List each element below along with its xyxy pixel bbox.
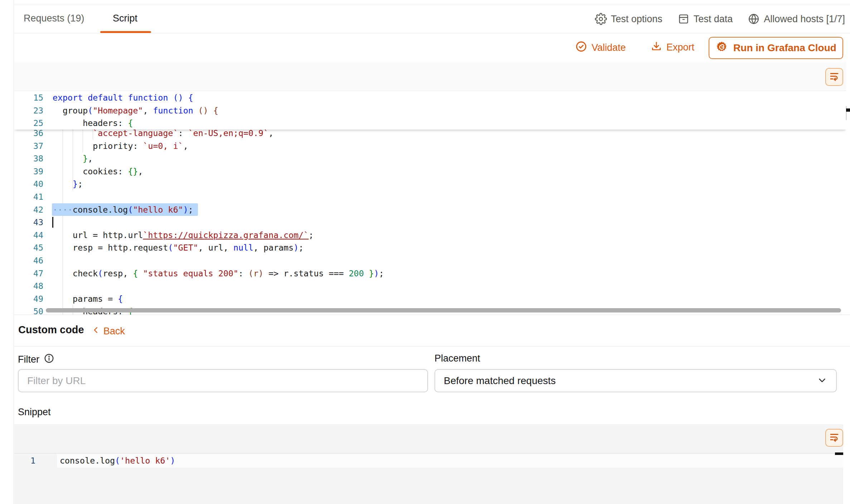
code-token: : <box>238 268 248 278</box>
script-code-editor[interactable]: 36 `accept-language`: `en-US,en;q=0.9`,3… <box>14 91 846 315</box>
export-label: Export <box>666 42 694 53</box>
code-token: ; <box>78 179 83 189</box>
horizontal-scrollbar[interactable] <box>46 308 841 312</box>
code-token: params = <box>73 294 118 304</box>
editor-toolbar <box>14 62 846 91</box>
code-token: : <box>178 128 188 138</box>
code-line[interactable]: cookies: {}, <box>53 165 143 178</box>
snippet-ruler-marker <box>835 452 843 455</box>
filter-url-input[interactable]: Filter by URL <box>18 369 428 392</box>
code-line[interactable]: headers: { <box>53 117 133 130</box>
grafana-logo-icon <box>715 40 728 56</box>
code-token: } <box>364 268 374 278</box>
chevron-down-icon <box>817 375 827 387</box>
filter-label-text: Filter <box>18 354 39 365</box>
gear-icon <box>595 13 607 25</box>
code-line[interactable]: group("Homepage", function () { <box>53 104 218 117</box>
code-token: url = http.url <box>73 230 143 240</box>
box-icon <box>677 13 690 25</box>
line-number: 40 <box>14 178 43 190</box>
code-token: cookies: <box>83 166 128 176</box>
code-line[interactable]: params = { <box>53 292 123 305</box>
code-line[interactable]: check(resp, { "status equals 200": (r) =… <box>53 267 384 280</box>
download-icon <box>651 40 662 54</box>
code-line[interactable]: }; <box>53 178 83 190</box>
code-token: "hello k6" <box>133 205 183 214</box>
validate-button[interactable]: Validate <box>575 40 626 55</box>
tab-script[interactable]: Script <box>113 13 137 24</box>
text-cursor <box>52 217 53 228</box>
custom-code-title: Custom code <box>18 324 84 336</box>
back-button[interactable]: Back <box>92 325 125 338</box>
code-token: headers: <box>83 118 128 128</box>
code-token <box>53 268 73 278</box>
placement-label-text: Placement <box>434 353 480 364</box>
run-in-grafana-cloud-button[interactable]: Run in Grafana Cloud <box>709 37 843 59</box>
code-token <box>53 118 83 128</box>
code-token: ( <box>128 205 133 214</box>
code-token: resp, <box>103 268 133 278</box>
code-token: `https://quickpizza.grafana.com/` <box>143 230 309 240</box>
test-options-button[interactable]: Test options <box>595 13 662 25</box>
line-number: 46 <box>14 254 43 267</box>
line-number: 47 <box>14 267 43 280</box>
code-token: `accept-language` <box>93 128 178 138</box>
code-token <box>53 166 83 176</box>
allowed-hosts-button[interactable]: Allowed hosts [1/7] <box>748 13 845 25</box>
code-token: ) <box>374 268 379 278</box>
snippet-code-editor[interactable]: 1console.log('hello k6') <box>14 424 843 504</box>
word-wrap-toggle-button[interactable] <box>825 68 843 86</box>
code-token: `en-US,en;q=0.9` <box>188 128 268 138</box>
snippet-label: Snippet <box>18 407 51 418</box>
word-wrap-icon <box>829 432 840 444</box>
line-number: 50 <box>14 305 43 315</box>
chevron-left-icon <box>92 325 101 338</box>
code-line[interactable]: }, <box>53 152 93 165</box>
code-token: ) <box>170 456 175 465</box>
code-token: { <box>128 118 133 128</box>
code-token: () { <box>193 106 218 115</box>
line-number: 41 <box>14 190 43 203</box>
test-data-button[interactable]: Test data <box>677 13 733 25</box>
code-line[interactable]: url = http.url`https://quickpizza.grafan… <box>53 229 314 242</box>
tab-requests[interactable]: Requests (19) <box>24 13 84 24</box>
code-token: } <box>83 154 88 163</box>
info-icon[interactable] <box>44 353 54 366</box>
snippet-word-wrap-toggle-button[interactable] <box>825 429 843 447</box>
code-token: console.log <box>60 456 115 465</box>
code-line[interactable]: export default function () { <box>53 91 193 104</box>
code-line[interactable]: priority: `u=0, i`, <box>53 140 188 152</box>
code-line[interactable]: ····console.log("hello k6"); <box>53 203 193 216</box>
placement-select[interactable]: Before matched requests <box>434 369 837 392</box>
code-token: ; <box>298 243 303 252</box>
test-options-label: Test options <box>611 14 662 25</box>
sticky-scope-header: 15export default function () {23 group("… <box>14 91 846 130</box>
line-number: 1 <box>14 454 35 468</box>
line-number: 39 <box>14 165 43 178</box>
code-token: {} <box>128 166 138 176</box>
code-token: null <box>233 243 253 252</box>
code-token: priority: <box>93 141 143 151</box>
script-actions-row: Validate Export Run in Grafana Cloud <box>14 33 850 62</box>
code-token: export default function <box>53 93 168 102</box>
line-number: 42 <box>14 203 43 216</box>
code-line[interactable]: resp = http.request("GET", url, null, pa… <box>53 241 303 254</box>
code-token: ) <box>293 243 298 252</box>
code-token <box>53 141 93 151</box>
line-number: 43 <box>14 216 43 229</box>
panel-left-border <box>14 0 14 504</box>
code-token: `u=0, i` <box>143 141 183 151</box>
code-token: { <box>133 268 143 278</box>
code-line[interactable]: console.log('hello k6') <box>60 454 175 468</box>
code-token: ( <box>88 106 93 115</box>
export-button[interactable]: Export <box>651 40 694 54</box>
code-token: ) <box>183 205 188 214</box>
allowed-hosts-label: Allowed hosts [1/7] <box>764 14 845 25</box>
code-token <box>53 128 93 138</box>
header-actions: Test options Test data Allowed hosts [1/… <box>595 5 845 33</box>
code-token: , params <box>253 243 293 252</box>
code-token: , <box>88 154 93 163</box>
code-token: ( <box>115 456 120 465</box>
back-label: Back <box>103 326 125 337</box>
code-token <box>53 243 73 252</box>
